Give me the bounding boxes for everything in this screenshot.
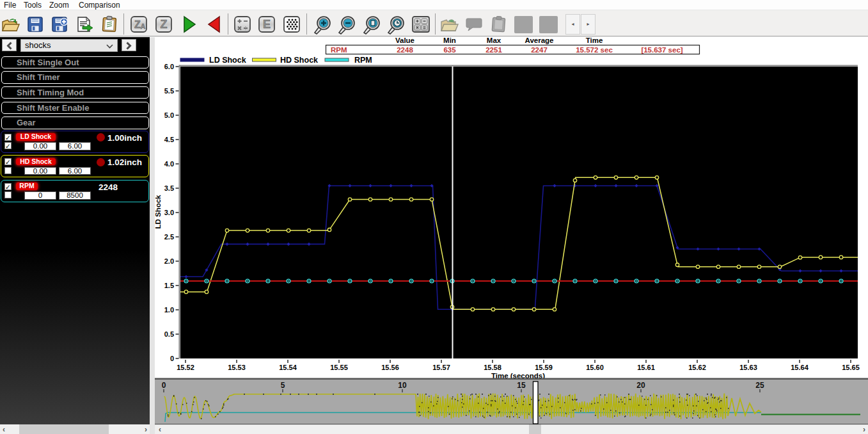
svg-text:RPM: RPM [354, 56, 372, 65]
svg-text:15.58: 15.58 [484, 364, 501, 371]
svg-text:3.5: 3.5 [164, 184, 174, 192]
svg-text:2248: 2248 [397, 46, 413, 54]
svg-text:HD Shock: HD Shock [280, 56, 318, 65]
svg-text:15.60: 15.60 [586, 364, 604, 371]
svg-text:15.62: 15.62 [688, 364, 706, 371]
svg-text:0: 0 [170, 355, 174, 362]
svg-text:RPM: RPM [331, 46, 347, 54]
svg-text:15.61: 15.61 [637, 364, 655, 371]
svg-text:Average: Average [525, 36, 554, 44]
svg-text:15.52: 15.52 [177, 364, 194, 371]
svg-text:15.54: 15.54 [279, 364, 297, 371]
svg-text:10: 10 [398, 381, 407, 390]
svg-text:15.572 sec: 15.572 sec [576, 46, 613, 54]
svg-text:15.55: 15.55 [330, 364, 348, 371]
svg-text:15.64: 15.64 [791, 364, 809, 371]
svg-text:Min: Min [443, 36, 456, 44]
svg-text:635: 635 [443, 46, 456, 54]
svg-text:2251: 2251 [485, 46, 502, 54]
svg-text:[15.637 sec]: [15.637 sec] [641, 46, 683, 54]
svg-text:4.0: 4.0 [164, 160, 174, 168]
svg-text:5.0: 5.0 [164, 111, 174, 119]
svg-text:15.63: 15.63 [739, 364, 757, 371]
svg-text:15.53: 15.53 [228, 364, 246, 371]
svg-text:2.5: 2.5 [164, 233, 174, 241]
svg-text:15.65: 15.65 [842, 364, 860, 371]
svg-text:0: 0 [162, 381, 166, 390]
svg-text:0.5: 0.5 [164, 330, 174, 338]
svg-text:LD Shock: LD Shock [154, 195, 162, 229]
svg-text:15.56: 15.56 [381, 364, 399, 371]
svg-text:Value: Value [395, 36, 414, 44]
svg-text:4.5: 4.5 [164, 136, 174, 143]
svg-text:25: 25 [755, 381, 764, 390]
svg-text:20: 20 [636, 381, 645, 390]
svg-text:15.59: 15.59 [535, 364, 553, 371]
svg-text:6.0: 6.0 [164, 63, 174, 70]
svg-text:15: 15 [517, 381, 526, 390]
svg-text:2247: 2247 [531, 46, 548, 54]
svg-text:5: 5 [281, 381, 285, 390]
svg-text:2.0: 2.0 [164, 257, 174, 265]
svg-text:1.5: 1.5 [164, 282, 174, 289]
svg-text:Time: Time [586, 36, 603, 44]
svg-text:3.0: 3.0 [164, 209, 174, 216]
svg-text:LD Shock: LD Shock [209, 56, 246, 65]
svg-text:5.5: 5.5 [164, 87, 174, 95]
svg-text:1.0: 1.0 [164, 306, 174, 314]
svg-text:15.57: 15.57 [432, 364, 450, 371]
svg-text:Max: Max [487, 36, 501, 44]
